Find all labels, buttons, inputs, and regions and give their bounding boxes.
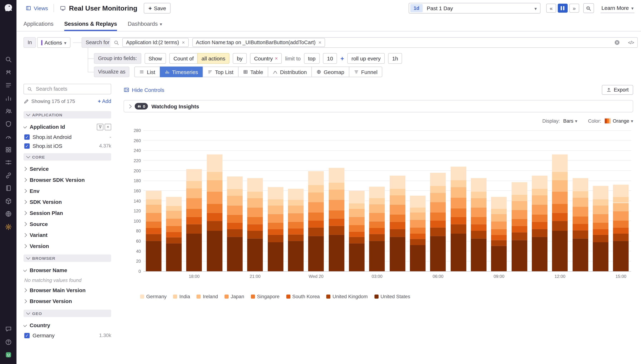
- bar-segment-united-kingdom[interactable]: [471, 231, 487, 238]
- bar-segment-ireland[interactable]: [329, 190, 344, 200]
- bar-segment-japan[interactable]: [166, 218, 182, 226]
- facet-service[interactable]: Service: [24, 164, 111, 174]
- clear-query-icon[interactable]: [614, 40, 620, 46]
- bar-segment-japan[interactable]: [410, 220, 426, 228]
- remove-filter-icon[interactable]: ×: [318, 40, 321, 46]
- facet-filter-button[interactable]: [97, 124, 103, 130]
- bar-segment-singapore[interactable]: [329, 210, 344, 218]
- bar-segment-germany[interactable]: [247, 178, 263, 192]
- bar-segment-singapore[interactable]: [349, 225, 365, 232]
- bar-segment-united-states[interactable]: [572, 238, 588, 271]
- bar-segment-united-states[interactable]: [511, 240, 527, 272]
- bar-segment-singapore[interactable]: [511, 219, 527, 226]
- facet-clear-button[interactable]: ×: [105, 124, 111, 130]
- bar-segment-united-kingdom[interactable]: [552, 221, 568, 231]
- bar-segment-india[interactable]: [491, 209, 507, 214]
- bar-segment-ireland[interactable]: [267, 205, 283, 214]
- pause-button[interactable]: [558, 4, 568, 13]
- bar-segment-india[interactable]: [227, 189, 243, 196]
- bar-segment-ireland[interactable]: [532, 195, 547, 205]
- bar-segment-united-states[interactable]: [450, 234, 466, 271]
- viz-list-button[interactable]: List: [135, 66, 160, 77]
- bar-segment-united-kingdom[interactable]: [166, 238, 182, 244]
- checkbox-checked[interactable]: ✓: [24, 134, 30, 140]
- bar-segment-ireland[interactable]: [308, 192, 324, 202]
- bar-segment-ireland[interactable]: [369, 204, 385, 213]
- bar-segment-united-kingdom[interactable]: [390, 229, 405, 237]
- bar-segment-india[interactable]: [146, 199, 161, 205]
- bar-segment-south-korea[interactable]: [349, 232, 365, 237]
- checkbox-checked[interactable]: ✓: [24, 333, 30, 338]
- bar-segment-united-states[interactable]: [613, 241, 629, 271]
- group-by-pill[interactable]: Country ×: [250, 53, 282, 64]
- viz-funnel-button[interactable]: Funnel: [349, 66, 382, 77]
- bar-segment-ireland[interactable]: [450, 187, 466, 198]
- checkbox-checked[interactable]: ✓: [24, 143, 30, 148]
- nav-apm-icon[interactable]: [5, 133, 12, 140]
- bar-segment-germany[interactable]: [532, 176, 547, 188]
- bar-segment-india[interactable]: [532, 188, 547, 195]
- facet-section-header[interactable]: CORE: [24, 153, 111, 160]
- bar-segment-united-kingdom[interactable]: [288, 234, 304, 241]
- bar-segment-singapore[interactable]: [471, 217, 487, 224]
- nav-integrations-icon[interactable]: [5, 172, 12, 179]
- bar-segment-south-korea[interactable]: [369, 228, 385, 234]
- facet-browser-main-version[interactable]: Browser Main Version: [24, 285, 111, 296]
- nav-notebooks-icon[interactable]: [5, 185, 12, 192]
- watchdog-insights-bar[interactable]: 0 Watchdog Insights: [124, 100, 633, 112]
- facet-country[interactable]: Country: [24, 320, 111, 331]
- bar-segment-japan[interactable]: [491, 221, 507, 229]
- bar-segment-singapore[interactable]: [552, 204, 568, 213]
- bar-segment-germany[interactable]: [450, 166, 466, 180]
- bar-segment-germany[interactable]: [572, 178, 588, 191]
- bar-segment-germany[interactable]: [349, 191, 365, 203]
- bar-segment-japan[interactable]: [552, 192, 568, 204]
- bar-segment-south-korea[interactable]: [267, 229, 283, 235]
- bar-segment-germany[interactable]: [491, 197, 507, 209]
- query-filter-pill[interactable]: Application Id:(2 terms)×: [122, 38, 189, 47]
- bar-segment-singapore[interactable]: [450, 208, 466, 217]
- bar-segment-singapore[interactable]: [410, 228, 426, 234]
- bar-segment-south-korea[interactable]: [613, 228, 629, 234]
- bar-segment-united-kingdom[interactable]: [349, 237, 365, 244]
- bar-segment-india[interactable]: [471, 192, 487, 198]
- bar-segment-ireland[interactable]: [349, 209, 365, 217]
- bar-segment-india[interactable]: [369, 198, 385, 204]
- bar-segment-united-kingdom[interactable]: [247, 231, 263, 238]
- nav-security-icon[interactable]: [5, 120, 12, 128]
- show-selector[interactable]: Show: [144, 53, 166, 64]
- bar-segment-japan[interactable]: [369, 213, 385, 222]
- bar-segment-united-states[interactable]: [410, 245, 426, 271]
- legend-item[interactable]: India: [173, 294, 190, 300]
- bar-segment-united-states[interactable]: [227, 237, 243, 271]
- facet-browser-sdk-version[interactable]: Browser SDK Version: [24, 174, 111, 186]
- bar-segment-india[interactable]: [247, 192, 263, 198]
- bar-segment-japan[interactable]: [247, 208, 263, 217]
- bar-segment-india[interactable]: [450, 180, 466, 187]
- skip-back-button[interactable]: [546, 4, 556, 13]
- bar-segment-united-kingdom[interactable]: [430, 228, 446, 236]
- bar-segment-india[interactable]: [511, 195, 527, 201]
- tab-sessions-replays[interactable]: Sessions & Replays: [64, 16, 117, 31]
- bar-segment-germany[interactable]: [186, 169, 202, 181]
- hide-controls-button[interactable]: Hide Controls: [124, 87, 164, 93]
- bar-segment-ireland[interactable]: [410, 212, 426, 220]
- zoom-out-button[interactable]: [583, 3, 594, 13]
- bar-segment-united-states[interactable]: [430, 236, 446, 271]
- nav-containers-icon[interactable]: [5, 198, 12, 205]
- legend-item[interactable]: United Kingdom: [327, 294, 368, 300]
- bar-segment-south-korea[interactable]: [593, 229, 608, 235]
- viz-distribution-button[interactable]: Distribution: [268, 66, 312, 77]
- facet-version[interactable]: Version: [24, 241, 111, 252]
- views-button[interactable]: Views: [26, 5, 48, 11]
- search-input[interactable]: Application Id:(2 terms)×Action Name:tap…: [110, 37, 638, 48]
- bar-segment-singapore[interactable]: [247, 217, 263, 224]
- bar-segment-ireland[interactable]: [186, 188, 202, 198]
- viz-table-button[interactable]: Table: [238, 66, 268, 77]
- facet-variant[interactable]: Variant: [24, 230, 111, 241]
- nav-chat-icon[interactable]: [5, 326, 12, 332]
- bar-segment-japan[interactable]: [206, 192, 222, 204]
- bar-segment-united-kingdom[interactable]: [329, 226, 344, 235]
- bar-segment-japan[interactable]: [329, 200, 344, 210]
- bar-segment-japan[interactable]: [186, 198, 202, 209]
